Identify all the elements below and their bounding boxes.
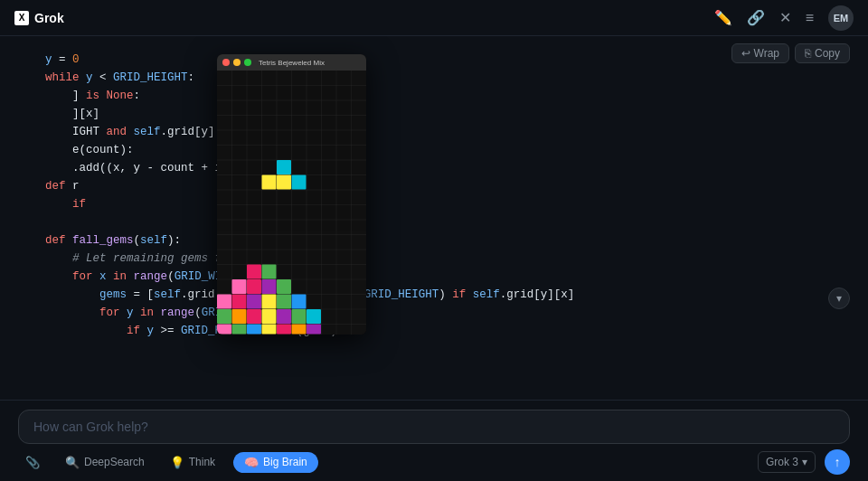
tetris-titlebar: Tetris Bejeweled Mix [217,54,366,71]
bottom-bar: How can Grok help? 📎 🔍 DeepSearch 💡 Thin… [0,400,868,481]
code-line-23: gems = [self.grid[y][x] for y in range(G… [18,286,850,304]
scroll-down-button[interactable]: ▾ [828,288,850,309]
code-line-16: def r ve): [18,177,850,195]
bigbrain-button[interactable]: 🧠 Big Brain [233,452,318,473]
code-line-1: y = 0 [18,51,850,69]
maximize-button[interactable] [244,59,251,66]
code-line-17: if s the grid [18,195,850,213]
svg-rect-45 [247,309,261,324]
copy-icon: ⎘ [805,47,811,60]
code-toolbar: ↩ Wrap ⎘ Copy [731,43,850,63]
link-icon[interactable]: 🔗 [747,9,765,26]
svg-rect-34 [247,279,261,294]
svg-rect-29 [262,175,277,190]
input-tools-left: 📎 🔍 DeepSearch 💡 Think 🧠 Big Brain [18,452,318,473]
chat-input-placeholder: How can Grok help? [33,420,148,434]
app-logo[interactable]: X Grok [14,11,64,25]
tetris-game-grid [217,71,366,335]
svg-rect-56 [307,325,321,335]
svg-rect-37 [217,295,231,309]
bigbrain-icon: 🧠 [244,456,259,469]
svg-rect-43 [217,309,231,324]
main-content: ↩ Wrap ⎘ Copy y = 0 while y < GRID_HEIGH… [0,36,868,400]
svg-rect-32 [262,265,277,279]
think-label: Think [189,456,215,468]
svg-rect-41 [277,295,291,309]
model-label: Grok 3 [766,456,798,468]
minimize-button[interactable] [233,59,241,66]
close-button[interactable] [222,59,230,66]
svg-rect-30 [277,175,291,190]
svg-rect-36 [277,279,291,294]
edit-icon[interactable]: ✏️ [714,9,732,26]
input-tools: 📎 🔍 DeepSearch 💡 Think 🧠 Big Brain Grok … [18,449,850,475]
code-line-25: if y >= GRID_HEIGHT - len(gems): [18,322,850,340]
svg-rect-35 [262,279,277,294]
x-brand-icon[interactable]: ✕ [779,9,791,26]
svg-rect-38 [232,295,247,309]
svg-rect-51 [232,325,247,335]
svg-rect-47 [277,309,291,324]
svg-rect-53 [262,325,277,335]
attach-button[interactable]: 📎 [18,452,47,473]
svg-rect-48 [292,309,307,324]
code-line-14: .add((x, y - count + i)) [18,159,850,177]
code-line-7: IGHT and self.grid[y][x] == gem: [18,123,850,141]
deepsearch-label: DeepSearch [84,456,145,468]
code-line-5: ][x] [18,105,850,123]
svg-rect-39 [247,295,261,309]
svg-rect-55 [292,325,307,335]
copy-button[interactable]: ⎘ Copy [795,43,850,63]
attach-icon: 📎 [25,456,40,469]
code-line-22: for x in range(GRID_WIDTH): [18,268,850,286]
code-line-21: # Let remaining gems fall down to fill g… [18,250,850,268]
svg-rect-50 [217,325,231,335]
send-icon: ↑ [835,455,841,469]
chat-input[interactable]: How can Grok help? [18,410,850,444]
bigbrain-label: Big Brain [263,456,307,468]
code-line-13: e(count): [18,141,850,159]
app-title: Grok [34,11,64,25]
menu-icon[interactable]: ≡ [806,10,814,26]
think-icon: 💡 [170,456,184,469]
svg-rect-31 [247,265,261,279]
code-area: ↩ Wrap ⎘ Copy y = 0 while y < GRID_HEIGH… [0,36,868,400]
send-button[interactable]: ↑ [825,449,850,475]
model-selector[interactable]: Grok 3 ▾ [758,451,816,473]
think-button[interactable]: 💡 Think [163,452,222,473]
code-block: y = 0 while y < GRID_HEIGHT: ] is None: … [18,51,850,340]
tetris-window-title: Tetris Bejeweled Mix [259,59,325,67]
code-line-3: ] is None: [18,87,850,105]
x-logo-icon: X [14,11,29,25]
input-tools-right: Grok 3 ▾ ↑ [758,449,850,475]
svg-rect-28 [292,175,307,190]
svg-rect-52 [247,325,261,335]
user-avatar[interactable]: EM [828,5,854,31]
deepsearch-button[interactable]: 🔍 DeepSearch [58,452,152,473]
tetris-window: Tetris Bejeweled Mix [217,54,366,335]
svg-rect-46 [262,309,277,324]
svg-rect-42 [292,295,307,309]
chevron-down-icon: ▾ [802,456,807,468]
svg-rect-49 [307,309,321,324]
svg-rect-27 [277,160,291,174]
wrap-icon: ↩ [741,47,750,60]
deepsearch-icon: 🔍 [65,456,80,469]
code-line-24: for y in range(GRID_HEIGHT): [18,304,850,322]
topbar-right: ✏️ 🔗 ✕ ≡ EM [714,5,854,31]
topbar-left: X Grok [14,11,64,25]
svg-rect-44 [232,309,247,324]
svg-rect-40 [262,295,277,309]
code-line-2: while y < GRID_HEIGHT: [18,69,850,87]
svg-rect-54 [277,325,291,335]
code-line-20: def fall_gems(self): [18,231,850,250]
wrap-button[interactable]: ↩ Wrap [731,43,789,63]
svg-rect-33 [232,279,247,294]
code-line-19: e [18,213,850,231]
topbar: X Grok ✏️ 🔗 ✕ ≡ EM [0,0,868,36]
